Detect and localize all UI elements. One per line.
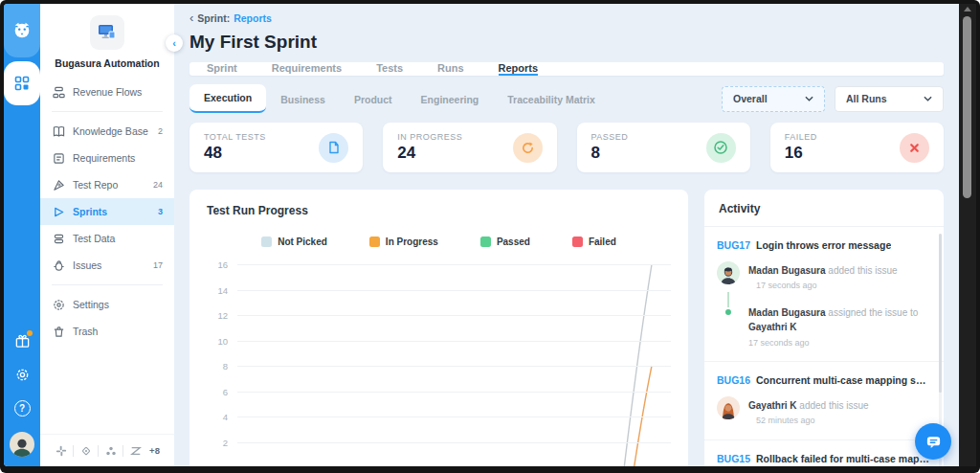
subtab-business[interactable]: Business [266, 86, 340, 113]
breadcrumb: ‹ Sprint: Reports [189, 11, 944, 24]
activity-event: Gayathri K added this issue 52 minutes a… [717, 396, 931, 428]
stat-value: 48 [204, 144, 266, 163]
integrations-more[interactable]: +8 [149, 445, 160, 456]
tab-requirements[interactable]: Requirements [272, 62, 342, 76]
sidebar-item-test-data[interactable]: Test Data [40, 225, 174, 252]
tab-sprint[interactable]: Sprint [207, 62, 237, 76]
legend-label: Passed [497, 236, 530, 247]
sidebar-item-label: Trash [73, 326, 98, 337]
activity-entry-bug15[interactable]: BUG15 Rollback failed for multi-case map… [704, 440, 944, 467]
sidebar-item-issues[interactable]: Issues 17 [40, 252, 174, 279]
integrations-bar: +8 [40, 434, 174, 466]
stat-label: FAILED [785, 132, 817, 142]
sidebar-item-trash[interactable]: Trash [40, 318, 174, 345]
subtab-traceability-matrix[interactable]: Traceability Matrix [493, 86, 610, 113]
divider [122, 445, 123, 457]
asana-dots-icon[interactable] [104, 444, 117, 457]
chat-bubble-icon [925, 434, 942, 450]
rail-item-dashboard[interactable] [4, 61, 40, 105]
sidebar-item-knowledge-base[interactable]: Knowledge Base 2 [40, 118, 174, 145]
workspace-header: Bugasura Automation [40, 4, 174, 79]
event-actor: Gayathri K [748, 400, 797, 411]
workspace-name: Bugasura Automation [55, 57, 159, 69]
gear-icon [14, 367, 31, 383]
scroll-up-arrow-icon[interactable] [964, 7, 971, 11]
chevron-down-icon [924, 96, 932, 101]
bug-id-link[interactable]: BUG17 [717, 239, 750, 251]
chart-gridline: 4 [207, 417, 671, 417]
breadcrumb-current[interactable]: Reports [234, 12, 272, 24]
app-root: ? ‹ Bugasura Automation Revenue Flows Kn… [4, 4, 959, 466]
sidebar-item-label: Test Repo [73, 179, 118, 191]
subtab-execution[interactable]: Execution [189, 84, 266, 113]
chart-legend: Not PickedIn ProgressPassedFailed [207, 236, 671, 247]
divider [52, 111, 163, 112]
window-scrollbar[interactable] [959, 4, 976, 466]
legend-item[interactable]: Not Picked [261, 236, 327, 247]
chart-title: Test Run Progress [207, 204, 671, 217]
subtab-product[interactable]: Product [340, 86, 407, 113]
zapier-icon[interactable] [129, 444, 142, 457]
y-axis-tick: 8 [207, 361, 228, 372]
tab-tests[interactable]: Tests [376, 62, 403, 76]
chart-gridline: 2 [207, 442, 671, 443]
divider [98, 445, 99, 457]
gift-rewards-button[interactable] [12, 331, 32, 350]
sketch-diamond-icon[interactable] [79, 444, 92, 457]
back-chevron-icon[interactable]: ‹ [189, 11, 193, 24]
sidebar-item-label: Sprints [73, 206, 107, 217]
app-rail: ? [4, 4, 40, 466]
scope-dropdown-value: Overall [733, 93, 768, 104]
user-avatar[interactable] [10, 432, 34, 457]
scope-dropdown[interactable]: Overall [722, 86, 825, 112]
sidebar-collapse-button[interactable]: ‹ [166, 34, 183, 52]
activity-entry-bug17[interactable]: BUG17 Login throws error message Madan B… [704, 227, 944, 362]
bug-title: Rollback failed for multi-case mapping. … [756, 453, 931, 464]
stat-value: 16 [785, 144, 817, 163]
legend-swatch-icon [480, 236, 491, 247]
chart-gridline: 14 [207, 290, 671, 291]
event-actor: Madan Bugasura [748, 265, 826, 276]
file-icon [319, 133, 348, 163]
bugasura-logo-button[interactable] [4, 4, 40, 57]
bug-title: Login throws error message [756, 239, 891, 251]
report-controls-row: Execution Business Product Engineering T… [189, 84, 944, 113]
event-time: 17 seconds ago [748, 337, 931, 350]
legend-label: Failed [589, 236, 616, 247]
devices-icon [96, 21, 119, 44]
slack-icon[interactable] [55, 444, 67, 457]
check-circle-icon [706, 133, 736, 163]
workspace-logo[interactable] [90, 15, 124, 50]
sidebar-item-settings[interactable]: Settings [40, 291, 174, 318]
legend-swatch-icon [369, 236, 380, 247]
bugasura-tiger-logo-icon [11, 20, 33, 41]
runs-dropdown[interactable]: All Runs [835, 86, 944, 112]
activity-entry-bug16[interactable]: BUG16 Concurrent multi-case mapping shou… [704, 362, 944, 440]
bug-id-link[interactable]: BUG16 [717, 374, 750, 386]
legend-item[interactable]: In Progress [369, 236, 438, 247]
stat-label: PASSED [591, 132, 629, 142]
page-title: My First Sprint [189, 32, 944, 53]
chart-gridline: 6 [207, 392, 671, 393]
tab-runs[interactable]: Runs [437, 62, 464, 76]
sidebar-item-sprints[interactable]: Sprints 3 [40, 198, 174, 225]
sidebar-item-test-repo[interactable]: Test Repo 24 [40, 171, 174, 198]
question-mark-icon: ? [14, 400, 31, 417]
stat-card-in-progress: IN PROGRESS 24 [383, 123, 556, 172]
legend-item[interactable]: Failed [572, 236, 616, 247]
subtab-engineering[interactable]: Engineering [407, 86, 494, 113]
bug-id-link[interactable]: BUG15 [717, 453, 750, 464]
legend-item[interactable]: Passed [480, 236, 530, 247]
refresh-icon [513, 133, 543, 163]
chat-support-button[interactable] [915, 423, 951, 460]
rail-settings-button[interactable] [12, 365, 32, 384]
sidebar-item-requirements[interactable]: Requirements [40, 145, 174, 171]
event-time: 52 minutes ago [756, 416, 815, 425]
browser-window: ? ‹ Bugasura Automation Revenue Flows Kn… [0, 0, 980, 473]
tab-reports[interactable]: Reports [499, 62, 539, 76]
scrollbar-thumb[interactable] [963, 16, 971, 198]
sidebar-item-revenue-flows[interactable]: Revenue Flows [40, 79, 174, 105]
event-actor: Madan Bugasura [748, 307, 826, 318]
help-button[interactable]: ? [12, 398, 32, 417]
item-count: 3 [158, 207, 163, 216]
